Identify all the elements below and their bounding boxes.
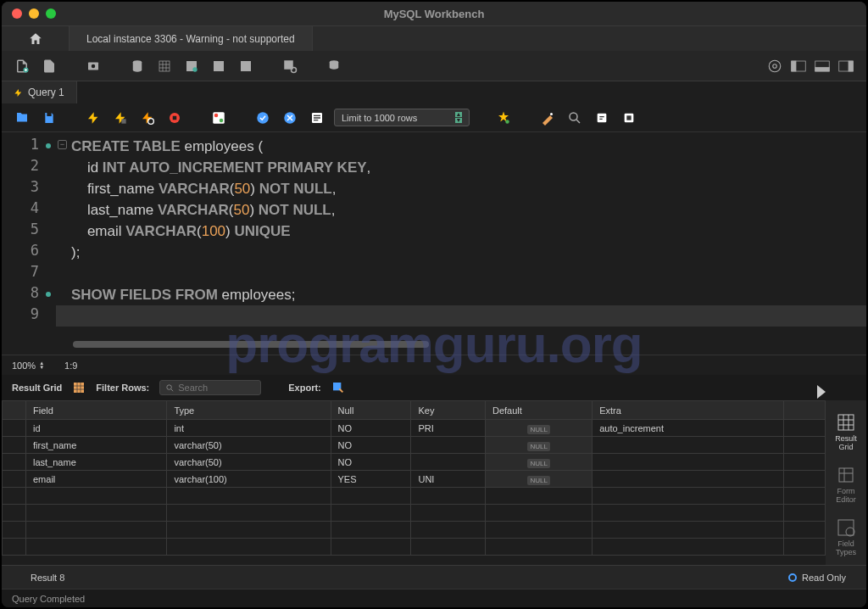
panel-left-button[interactable]: [788, 56, 809, 76]
svg-point-12: [773, 64, 777, 68]
commit-button[interactable]: [253, 108, 273, 128]
search-table-button[interactable]: [280, 56, 300, 76]
svg-rect-36: [626, 115, 631, 120]
column-header[interactable]: Default: [486, 401, 593, 420]
svg-rect-17: [815, 67, 830, 71]
svg-point-26: [214, 113, 219, 117]
new-sql-tab-button[interactable]: [12, 56, 32, 76]
save-file-button[interactable]: [39, 108, 59, 128]
svg-point-28: [257, 112, 269, 124]
beautify-button[interactable]: [493, 108, 514, 128]
filter-input[interactable]: [178, 383, 246, 393]
editor-statusbar: 100% ▲▼ 1:9: [2, 355, 866, 375]
zoom-control[interactable]: 100% ▲▼: [12, 360, 44, 371]
filter-search[interactable]: [159, 380, 261, 395]
home-icon: [28, 31, 43, 47]
table-row[interactable]: idintNOPRINULLauto_increment: [3, 420, 826, 437]
main-toolbar: [2, 51, 866, 81]
toggle-autocommit-button[interactable]: [209, 108, 229, 128]
minimize-window-button[interactable]: [29, 8, 39, 19]
create-schema-button[interactable]: [127, 56, 147, 76]
svg-rect-21: [121, 119, 125, 123]
export-label: Export:: [288, 383, 321, 393]
svg-rect-40: [838, 415, 854, 430]
panel-right-button[interactable]: [836, 56, 856, 76]
column-header[interactable]: Type: [167, 401, 331, 420]
result-grid[interactable]: FieldTypeNullKeyDefaultExtraidintNOPRINU…: [2, 400, 826, 565]
sidebar-view-2[interactable]: Field Types: [829, 512, 863, 562]
explain-button[interactable]: [137, 108, 158, 128]
create-table-button[interactable]: [154, 56, 175, 76]
wrap-button[interactable]: [592, 108, 612, 128]
svg-rect-34: [598, 113, 607, 122]
execute-button[interactable]: [83, 108, 103, 128]
svg-rect-15: [792, 61, 796, 71]
query-toolbar: Limit to 1000 rows ▲▼: [2, 103, 866, 132]
svg-rect-25: [213, 112, 225, 124]
column-header[interactable]: Field: [26, 401, 167, 420]
svg-point-13: [769, 60, 781, 72]
execute-current-button[interactable]: [110, 108, 131, 128]
query-tab-label: Query 1: [28, 87, 64, 98]
settings-button[interactable]: [765, 56, 785, 76]
svg-rect-20: [47, 113, 51, 116]
limit-dropdown[interactable]: Limit to 1000 rows ▲▼: [334, 109, 470, 126]
horizontal-scrollbar[interactable]: [73, 341, 429, 348]
titlebar: MySQL Workbench: [2, 2, 866, 25]
window-title: MySQL Workbench: [384, 8, 485, 20]
svg-point-6: [192, 67, 197, 71]
create-view-button[interactable]: [181, 56, 202, 76]
filter-label: Filter Rows:: [96, 383, 149, 393]
sidebar-view-0[interactable]: Result Grid: [829, 407, 863, 456]
snippets-button[interactable]: [619, 108, 639, 128]
result-grid-label: Result Grid: [12, 383, 62, 393]
result-header: Result Grid Filter Rows: Export:: [2, 375, 866, 400]
svg-point-31: [505, 120, 509, 124]
svg-point-27: [220, 118, 224, 122]
connection-tabs: Local instance 3306 - Warning - not supp…: [2, 25, 866, 51]
create-procedure-button[interactable]: [209, 56, 229, 76]
lightning-icon: [14, 88, 23, 98]
svg-point-32: [550, 113, 553, 115]
panel-bottom-button[interactable]: [812, 56, 832, 76]
svg-point-2: [92, 64, 96, 68]
search-icon: [165, 383, 175, 393]
connection-tab[interactable]: Local instance 3306 - Warning - not supp…: [70, 26, 313, 51]
create-function-button[interactable]: [236, 56, 256, 76]
inspector-button[interactable]: [83, 56, 103, 76]
gutter: 123456789: [2, 132, 56, 355]
expand-sidebar-icon[interactable]: [817, 385, 826, 399]
sql-editor[interactable]: 123456789 − CREATE TABLE employees ( id …: [2, 132, 866, 355]
close-window-button[interactable]: [12, 8, 22, 19]
column-header[interactable]: Null: [331, 401, 411, 420]
column-header[interactable]: Extra: [593, 401, 784, 420]
cursor-position: 1:9: [64, 360, 77, 371]
open-file-button[interactable]: [12, 108, 32, 128]
result-tab[interactable]: Result 8: [22, 569, 73, 586]
table-row[interactable]: first_namevarchar(50)NONULL: [3, 437, 826, 454]
export-button[interactable]: [331, 381, 345, 394]
open-sql-button[interactable]: [39, 56, 59, 76]
svg-rect-24: [173, 115, 177, 120]
stop-button[interactable]: [164, 108, 185, 128]
maximize-window-button[interactable]: [46, 8, 56, 19]
svg-point-33: [570, 113, 577, 120]
rollback-button[interactable]: [280, 108, 300, 128]
svg-rect-41: [839, 468, 853, 482]
table-row[interactable]: emailvarchar(100)YESUNINULL: [3, 471, 826, 488]
invisible-chars-button[interactable]: [565, 108, 585, 128]
column-header[interactable]: Key: [411, 401, 486, 420]
table-row[interactable]: last_namevarchar(50)NONULL: [3, 454, 826, 471]
svg-point-10: [292, 67, 297, 72]
reconnect-button[interactable]: [324, 56, 344, 76]
grid-icon[interactable]: [72, 381, 86, 394]
readonly-icon: [788, 573, 797, 582]
sidebar-view-1[interactable]: Form Editor: [829, 460, 863, 509]
svg-point-38: [167, 384, 172, 389]
readonly-indicator: Read Only: [788, 573, 846, 583]
svg-rect-8: [241, 61, 251, 71]
find-button[interactable]: [537, 108, 558, 128]
query-tab[interactable]: Query 1: [2, 81, 77, 103]
home-tab[interactable]: [2, 26, 70, 51]
toggle-limit-button[interactable]: [307, 108, 327, 128]
